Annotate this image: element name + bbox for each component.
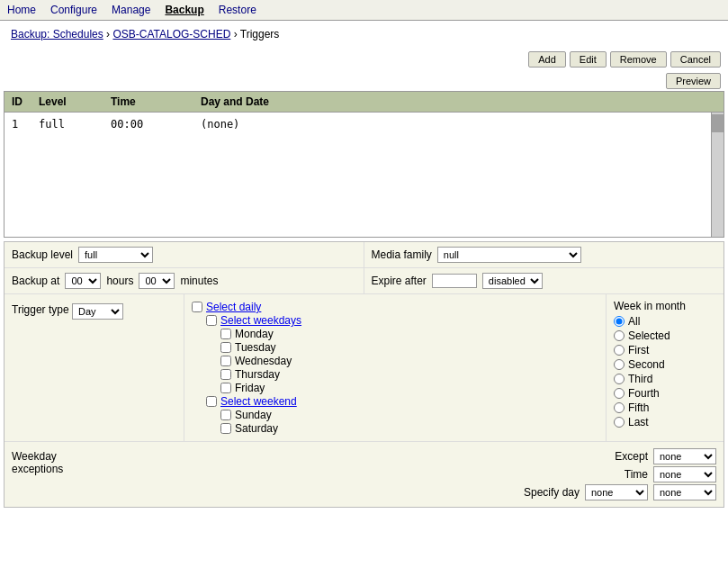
wim-first-label: First: [628, 344, 649, 356]
select-weekend-row: Select weekend: [206, 395, 598, 408]
except-row: Except none Monday Tuesday Wednesday Thu…: [109, 448, 716, 464]
wednesday-label: Wednesday: [235, 355, 292, 367]
breadcrumb: Backup: Schedules › OSB-CATALOG-SCHED › …: [0, 21, 728, 48]
weekdays-list: Monday Tuesday Wednesday Thursday: [206, 328, 598, 394]
cell-id: 1: [12, 118, 39, 131]
wim-third-radio[interactable]: [614, 374, 625, 384]
saturday-checkbox[interactable]: [220, 423, 231, 434]
wim-fourth-label: Fourth: [628, 387, 660, 400]
breadcrumb-schedules[interactable]: Backup: Schedules: [11, 28, 103, 41]
wim-all: All: [614, 315, 716, 328]
sunday-label: Sunday: [235, 409, 272, 421]
scrollbar-thumb[interactable]: [712, 114, 724, 132]
friday-label: Friday: [235, 382, 265, 394]
cell-level: full: [39, 118, 111, 131]
backup-level-select[interactable]: full incremental cumulative: [78, 247, 153, 263]
day-thursday: Thursday: [220, 368, 598, 381]
select-weekdays-link[interactable]: Select weekdays: [220, 314, 301, 327]
wim-fifth-label: Fifth: [628, 401, 649, 414]
weekday-exceptions-area: Weekday exceptions Except none Monday Tu…: [4, 442, 724, 507]
wim-second-label: Second: [628, 358, 665, 371]
col-header-level: Level: [39, 95, 111, 108]
expire-select[interactable]: disabled enabled: [482, 273, 543, 289]
table-row[interactable]: 1 full 00:00 (none): [12, 116, 716, 132]
wednesday-checkbox[interactable]: [220, 356, 231, 366]
trigger-area: Trigger type Day Week Month Select daily…: [4, 294, 724, 442]
cell-daydate: (none): [201, 118, 716, 131]
cell-time: 00:00: [111, 118, 201, 131]
specify-day-select2[interactable]: none Monday Tuesday Wednesday Thursday F…: [653, 484, 716, 500]
form-row-backup-level: Backup level full incremental cumulative…: [4, 242, 724, 268]
table-scrollbar[interactable]: [711, 113, 724, 237]
nav-backup[interactable]: Backup: [165, 4, 203, 16]
wim-second-radio[interactable]: [614, 359, 625, 370]
preview-row: Preview: [0, 71, 728, 91]
wim-fourth-radio[interactable]: [614, 388, 625, 399]
nav-manage[interactable]: Manage: [112, 4, 150, 16]
wim-third: Third: [614, 373, 716, 385]
tuesday-checkbox[interactable]: [220, 342, 231, 353]
day-monday: Monday: [220, 328, 598, 340]
top-navigation: Home Configure Manage Backup Restore: [0, 0, 728, 21]
select-daily-checkbox[interactable]: [192, 302, 202, 312]
hours-label: hours: [106, 275, 133, 287]
form-row-backup-at: Backup at 00 hours 00 minutes Expire aft…: [4, 268, 724, 294]
wim-last-label: Last: [628, 416, 649, 428]
weekday-exceptions-label: Weekday exceptions: [12, 446, 102, 475]
form-area: Backup level full incremental cumulative…: [4, 241, 724, 508]
monday-checkbox[interactable]: [220, 329, 231, 339]
breadcrumb-catalog[interactable]: OSB-CATALOG-SCHED: [112, 28, 230, 41]
col-header-daydate: Day and Date: [201, 95, 716, 108]
minutes-select[interactable]: 00: [139, 273, 175, 289]
nav-restore[interactable]: Restore: [219, 4, 256, 16]
friday-checkbox[interactable]: [220, 383, 231, 393]
add-button[interactable]: Add: [528, 51, 566, 68]
select-daily-link[interactable]: Select daily: [206, 301, 261, 313]
wim-all-radio[interactable]: [614, 316, 625, 327]
nav-home[interactable]: Home: [7, 4, 36, 16]
monday-label: Monday: [235, 328, 274, 340]
select-weekdays-checkbox[interactable]: [206, 315, 217, 326]
exceptions-controls: Except none Monday Tuesday Wednesday Thu…: [109, 446, 716, 502]
time-label: Time: [625, 468, 648, 481]
wim-fifth-radio[interactable]: [614, 402, 625, 413]
media-family-select[interactable]: null: [437, 247, 581, 263]
specify-day-label: Specify day: [524, 486, 580, 499]
wim-fifth: Fifth: [614, 401, 716, 414]
specify-day-select1[interactable]: none Monday Tuesday Wednesday Thursday F…: [585, 484, 648, 500]
form-right-expire: Expire after disabled enabled: [364, 268, 724, 293]
nav-configure[interactable]: Configure: [50, 4, 97, 16]
trigger-type-select[interactable]: Day Week Month: [72, 303, 123, 320]
form-left-backup-at: Backup at 00 hours 00 minutes: [4, 268, 364, 293]
expire-input[interactable]: [432, 274, 477, 288]
trigger-type-label: Trigger type: [12, 303, 69, 316]
day-selection-area: Select daily Select weekdays Monday Tues…: [184, 294, 607, 441]
except-select[interactable]: none Monday Tuesday Wednesday Thursday F…: [653, 448, 716, 464]
form-right-media-family: Media family null: [364, 242, 724, 267]
select-weekend-link[interactable]: Select weekend: [220, 395, 297, 408]
time-select[interactable]: none: [653, 466, 716, 482]
weekend-list: Sunday Saturday: [206, 409, 598, 435]
thursday-label: Thursday: [235, 368, 280, 381]
select-weekend-checkbox[interactable]: [206, 396, 217, 407]
wim-first-radio[interactable]: [614, 345, 625, 356]
preview-button[interactable]: Preview: [666, 73, 721, 89]
tuesday-label: Tuesday: [235, 341, 276, 354]
toolbar: Add Edit Remove Cancel: [0, 48, 728, 71]
wim-all-label: All: [628, 315, 640, 328]
sunday-checkbox[interactable]: [220, 410, 231, 420]
wim-fourth: Fourth: [614, 387, 716, 400]
select-daily-row: Select daily: [192, 301, 598, 313]
remove-button[interactable]: Remove: [610, 51, 667, 68]
backup-level-label: Backup level: [12, 248, 73, 261]
hours-select[interactable]: 00: [65, 273, 101, 289]
cancel-button[interactable]: Cancel: [670, 51, 721, 68]
weekdays-section: Select weekdays Monday Tuesday Wednesday: [192, 314, 598, 435]
day-sunday: Sunday: [220, 409, 598, 421]
wim-last-radio[interactable]: [614, 417, 625, 428]
specify-day-row: Specify day none Monday Tuesday Wednesda…: [109, 484, 716, 500]
thursday-checkbox[interactable]: [220, 369, 231, 380]
day-saturday: Saturday: [220, 422, 598, 435]
edit-button[interactable]: Edit: [570, 51, 607, 68]
wim-selected-radio[interactable]: [614, 330, 625, 341]
